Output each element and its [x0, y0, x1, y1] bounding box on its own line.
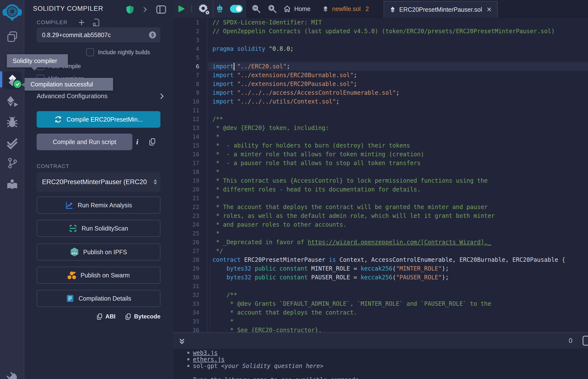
code-line: * @dev Grants `DEFAULT_ADMIN_ROLE`, `MIN… [212, 300, 588, 308]
compiler-version-select[interactable]: 0.8.29+commit.ab55807c [37, 27, 160, 43]
ai-assistant-icon[interactable] [215, 4, 224, 14]
contract-value: ERC20PresetMinterPauser (ERC20 [42, 178, 147, 186]
script-config-icon[interactable] [198, 3, 209, 14]
line-number: 1 [180, 18, 199, 27]
code-line: import "../extensions/ERC20Burnable.sol"… [212, 71, 588, 79]
solidity-compiler-tooltip: Solidity compiler [7, 54, 68, 67]
run-solidityscan-button[interactable]: Run SolidityScan [37, 220, 160, 237]
license-icon[interactable] [93, 18, 99, 26]
code-line: import "../ERC20.sol"; [212, 62, 588, 71]
text-cursor [234, 63, 234, 70]
run-remix-analysis-button[interactable]: Run Remix Analysis [37, 197, 160, 214]
bytecode-button[interactable]: Bytecode [125, 313, 160, 320]
tab-newfile[interactable]: newfile.sol 2 [322, 0, 369, 17]
chevron-right-icon[interactable] [143, 6, 147, 13]
compile-button[interactable]: Compile ERC20PresetMin... [37, 111, 160, 128]
terminal-list-item[interactable]: ethers.js [187, 356, 225, 363]
collapse-terminal-icon[interactable] [178, 337, 186, 346]
swarm-icon [67, 271, 76, 280]
terminal-hint: Type the library name to see available c… [193, 377, 362, 379]
line-number: 11 [180, 106, 199, 115]
run-script-icon[interactable] [177, 5, 185, 13]
line-number: 9 [180, 88, 199, 97]
zoom-in-icon[interactable] [267, 4, 277, 14]
terminal-output[interactable]: web3.jsethers.jssol-gpt <your Solidity q… [173, 349, 588, 379]
tab-home[interactable]: Home [283, 5, 310, 13]
line-number: 16 [180, 150, 199, 159]
chart-icon [65, 201, 73, 209]
panel-toggle-icon[interactable] [156, 5, 166, 14]
line-number: 32 [180, 291, 199, 300]
advanced-configurations[interactable]: Advanced Configurations [37, 92, 164, 100]
code-line: * - a pauser role that allows to stop al… [212, 159, 588, 168]
deploy-run-icon[interactable] [0, 95, 24, 109]
code-line: * [212, 317, 588, 326]
line-number: 12 [180, 115, 199, 124]
code-line: * The account that deploys the contract … [212, 203, 588, 211]
line-number: 33 [180, 300, 199, 308]
compile-and-run-button[interactable]: Compile and Run script [37, 134, 132, 150]
code-line: import "../../../access/AccessControlEnu… [212, 88, 588, 97]
compilation-details-button[interactable]: Compilation Details [37, 290, 160, 307]
terminal-right-widget [583, 336, 588, 346]
add-compiler-icon[interactable] [78, 19, 85, 26]
copy-icon[interactable] [149, 138, 156, 145]
file-explorer-icon[interactable] [0, 30, 24, 44]
code-line: pragma solidity ^0.8.0; [212, 45, 588, 53]
compilation-success-badge [13, 79, 22, 89]
line-number: 8 [180, 79, 199, 88]
tab-erc20presetminterpauser[interactable]: ERC20PresetMinterPauser.sol ✕ [384, 1, 498, 17]
include-nightly-checkbox[interactable] [86, 48, 94, 56]
contract-select[interactable]: ERC20PresetMinterPauser (ERC20 [37, 172, 160, 192]
line-number: 24 [180, 220, 199, 229]
line-number: 26 [180, 238, 199, 247]
terminal-list-item: sol-gpt <your Solidity question here> [187, 363, 324, 369]
line-number-gutter: 1234567891011121314151617181920212223242… [173, 18, 208, 332]
line-number: 18 [180, 168, 199, 176]
static-analysis-icon[interactable] [0, 136, 24, 150]
plug-icon[interactable] [0, 371, 24, 379]
code-line [212, 106, 588, 115]
line-number: 34 [180, 308, 199, 317]
code-line: * and pauser roles to other accounts. [212, 220, 588, 229]
abi-button[interactable]: ABI [97, 313, 115, 320]
info-icon[interactable]: i [136, 138, 138, 146]
line-number: 19 [180, 176, 199, 185]
plugin-book-icon[interactable] [0, 177, 24, 192]
include-nightly-row: Include nightly builds [86, 48, 150, 56]
code-line: * _Deprecated in favor of https://wizard… [212, 238, 588, 247]
publish-ipfs-button[interactable]: IPFS Publish on IPFS [37, 243, 160, 261]
line-number: 20 [180, 185, 199, 194]
home-icon [283, 5, 291, 13]
ai-toggle[interactable] [230, 5, 243, 13]
code-line: * [212, 194, 588, 203]
line-number: 6 [180, 62, 199, 71]
publish-swarm-button[interactable]: Publish on Swarm [37, 267, 160, 284]
line-number: 25 [180, 229, 199, 238]
copy-icon [125, 313, 131, 320]
terminal-header[interactable]: 0 [173, 332, 588, 349]
code-line: * roles, as well as the default admin ro… [212, 211, 588, 220]
zoom-out-icon[interactable] [251, 4, 261, 14]
shield-icon[interactable] [126, 5, 134, 14]
line-number: 7 [180, 71, 199, 79]
code-line [212, 36, 588, 45]
close-tab-icon[interactable]: ✕ [486, 6, 492, 14]
terminal-list-item[interactable]: web3.js [187, 349, 217, 356]
code-line: * [212, 168, 588, 176]
line-number: 21 [180, 194, 199, 203]
version-stepper-icon [149, 32, 156, 39]
code-line: // SPDX-License-Identifier: MIT [212, 18, 588, 27]
code-line: bytes32 public constant PAUSER_ROLE = ke… [212, 273, 588, 282]
line-number: 4 [180, 45, 199, 53]
code-line: * [212, 229, 588, 238]
code-line: * See {ERC20-constructor}. [212, 326, 588, 332]
solidity-file-icon [389, 6, 396, 13]
line-number: 15 [180, 141, 199, 150]
git-icon[interactable] [0, 156, 24, 170]
scan-icon [69, 224, 77, 233]
code-editor[interactable]: 1234567891011121314151617181920212223242… [173, 18, 588, 332]
remix-logo-icon[interactable] [0, 3, 24, 22]
line-number: 5 [180, 53, 199, 62]
debugger-icon[interactable] [0, 115, 24, 129]
